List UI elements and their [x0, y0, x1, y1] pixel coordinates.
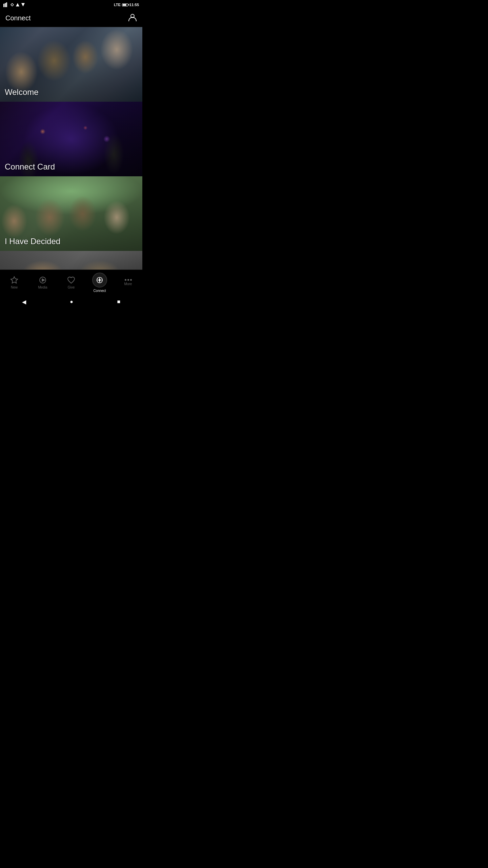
- bottom-nav: New Media Give Connect: [0, 270, 142, 295]
- play-icon: [39, 276, 47, 284]
- more-dots-icon: [125, 279, 132, 281]
- have-decided-label: I Have Decided: [5, 237, 60, 246]
- svg-marker-3: [16, 3, 19, 6]
- heart-icon: [67, 276, 75, 284]
- partial-card[interactable]: [0, 251, 142, 270]
- dot-3: [130, 279, 132, 281]
- home-button[interactable]: ●: [70, 299, 73, 305]
- lte-label: LTE: [114, 3, 121, 7]
- dot-1: [125, 279, 126, 281]
- connect-nav-circle: [92, 273, 107, 288]
- nav-label-give: Give: [68, 285, 75, 289]
- welcome-label: Welcome: [5, 87, 39, 97]
- status-bar: LTE 11:55: [0, 0, 142, 9]
- status-left: [3, 2, 25, 7]
- connect-card-label: Connect Card: [5, 162, 55, 172]
- svg-rect-2: [6, 2, 7, 7]
- nav-item-connect[interactable]: Connect: [85, 273, 114, 293]
- nav-item-more[interactable]: More: [114, 279, 142, 286]
- svg-rect-1: [5, 3, 6, 7]
- svg-marker-8: [42, 279, 45, 281]
- svg-marker-4: [21, 3, 25, 6]
- connect-card[interactable]: Connect Card: [0, 102, 142, 176]
- svg-rect-0: [3, 4, 4, 7]
- svg-marker-6: [11, 277, 18, 283]
- android-nav: ◀ ● ■: [0, 295, 142, 309]
- system-icon-3: [16, 3, 20, 7]
- nav-label-connect: Connect: [93, 289, 106, 293]
- nav-label-media: Media: [38, 285, 47, 289]
- system-icon-1: [3, 2, 9, 7]
- status-right: LTE 11:55: [114, 3, 139, 7]
- have-decided-card[interactable]: I Have Decided: [0, 176, 142, 251]
- nav-label-more: More: [124, 282, 132, 286]
- system-icon-2: [10, 3, 14, 7]
- welcome-card-image: Welcome: [0, 27, 142, 102]
- connect-card-image: Connect Card: [0, 102, 142, 176]
- recent-button[interactable]: ■: [117, 299, 121, 305]
- top-nav: Connect: [0, 9, 142, 27]
- back-button[interactable]: ◀: [22, 299, 26, 305]
- battery-icon: [122, 3, 128, 6]
- system-icon-4: [21, 3, 25, 7]
- have-decided-card-image: I Have Decided: [0, 176, 142, 251]
- nav-item-give[interactable]: Give: [57, 276, 85, 289]
- content-area: Welcome Connect Card I Have Decided: [0, 27, 142, 270]
- nav-label-new: New: [11, 285, 18, 289]
- time-display: 11:55: [129, 3, 139, 7]
- nav-item-new[interactable]: New: [0, 276, 28, 289]
- page-title: Connect: [5, 14, 31, 22]
- profile-icon[interactable]: [128, 13, 137, 24]
- compass-icon: [96, 276, 103, 284]
- welcome-card[interactable]: Welcome: [0, 27, 142, 102]
- partial-hands-overlay: [0, 251, 142, 270]
- star-icon: [10, 276, 18, 284]
- nav-item-media[interactable]: Media: [28, 276, 57, 289]
- dot-2: [127, 279, 129, 281]
